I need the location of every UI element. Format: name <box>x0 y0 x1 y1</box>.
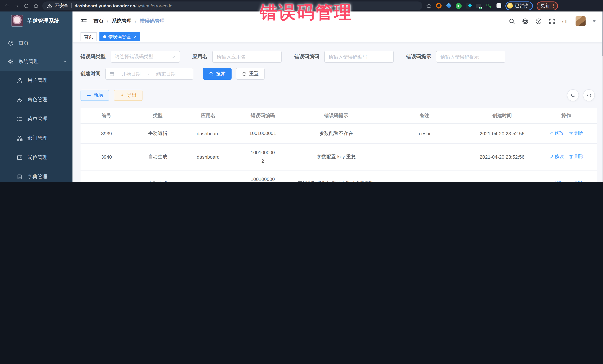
error-type-select[interactable]: 请选择错误码类型 <box>110 51 180 63</box>
browser-menu-icon[interactable] <box>553 3 554 8</box>
app-logo <box>11 15 23 27</box>
profile-paused-pill[interactable]: 已暂停 <box>505 1 533 10</box>
error-msg-label: 错误码提示 <box>406 53 431 60</box>
edit-link[interactable]: 修改 <box>549 130 564 137</box>
dashboard-icon <box>8 40 14 46</box>
table-row: 3939手动编辑dashboard1001000001参数配置不存在ceshi2… <box>81 124 597 143</box>
pencil-icon <box>549 131 554 136</box>
book-icon <box>17 174 23 180</box>
filter-row-1: 错误码类型 请选择错误码类型 应用名 错误码编码 <box>81 51 597 63</box>
error-type-label: 错误码类型 <box>81 53 105 60</box>
extension-icon-green[interactable] <box>456 3 462 9</box>
edit-link[interactable]: 修改 <box>549 154 564 160</box>
security-chip[interactable]: 不安全 <box>47 3 68 9</box>
reload-icon[interactable] <box>24 3 29 8</box>
trash-icon <box>569 181 573 182</box>
fullscreen-icon[interactable] <box>549 18 555 24</box>
search-button[interactable]: 搜索 <box>203 68 232 80</box>
error-code-input[interactable] <box>325 51 393 62</box>
reset-button[interactable]: 重置 <box>236 68 265 80</box>
url-text[interactable]: dashboard.yudao.iocoder.cn/system/error-… <box>75 3 172 8</box>
breadcrumb-home[interactable]: 首页 <box>93 18 104 24</box>
close-icon[interactable]: × <box>134 34 137 39</box>
sidebar-item-menus[interactable]: 菜单管理 <box>0 109 73 129</box>
app-name-label: 应用名 <box>192 53 208 60</box>
delete-link[interactable]: 删除 <box>569 180 583 182</box>
bookmark-star-icon[interactable] <box>426 3 432 9</box>
breadcrumb-separator: / <box>107 18 108 24</box>
col-header-id: 编号 <box>81 108 132 124</box>
refresh-table-button[interactable] <box>583 89 595 101</box>
add-button[interactable]: 新增 <box>81 90 109 101</box>
sidebar: 芋道管理系统 首页 系统管理 用户管理 <box>0 11 73 182</box>
help-icon[interactable] <box>535 18 542 24</box>
back-icon[interactable] <box>4 3 10 8</box>
sidebar-item-label: 用户管理 <box>27 77 67 84</box>
browser-update-button[interactable]: 更新 <box>537 1 558 10</box>
tags-view-bar: 首页 错误码管理 × <box>73 31 603 43</box>
search-icon[interactable] <box>509 18 515 24</box>
table-row: 3941自动生成dashboard100100000 3不能删除类型为系统内置的… <box>81 170 597 182</box>
github-icon[interactable] <box>522 18 528 24</box>
forward-icon[interactable] <box>14 3 19 8</box>
font-size-icon[interactable]: tT <box>562 18 568 24</box>
home-icon[interactable] <box>33 3 39 8</box>
sidebar-item-departments[interactable]: 部门管理 <box>0 129 73 148</box>
tree-icon <box>17 135 23 141</box>
sidebar-item-dictionary[interactable]: 字典管理 <box>0 167 73 182</box>
user-icon <box>17 77 23 83</box>
app-logo-row[interactable]: 芋道管理系统 <box>0 11 73 30</box>
address-bar[interactable]: 不安全 dashboard.yudao.iocoder.cn/system/er… <box>42 1 422 10</box>
extension-icon-on-badge[interactable]: on <box>476 3 482 9</box>
sidebar-item-roles[interactable]: 角色管理 <box>0 90 73 109</box>
svg-text:T: T <box>564 18 568 24</box>
refresh-icon <box>587 93 591 98</box>
divider <box>71 3 72 8</box>
active-dot <box>103 35 106 38</box>
col-header-created: 创建时间 <box>469 108 535 124</box>
extension-icon-gem[interactable] <box>446 3 452 9</box>
date-range-picker[interactable]: - <box>105 68 193 80</box>
app-name-input[interactable] <box>213 51 281 62</box>
sidebar-item-system[interactable]: 系统管理 <box>0 52 73 71</box>
delete-link[interactable]: 删除 <box>569 154 583 160</box>
sidebar-item-home[interactable]: 首页 <box>0 34 73 52</box>
extension-icon-key[interactable] <box>486 3 492 9</box>
list-icon <box>17 116 23 122</box>
tag-home[interactable]: 首页 <box>81 32 97 41</box>
caret-down-icon[interactable] <box>593 20 596 22</box>
extension-icon-squares[interactable] <box>466 3 472 9</box>
extension-icon-puzzle[interactable] <box>496 3 502 9</box>
sidebar-item-label: 首页 <box>19 40 67 46</box>
paused-label: 已暂停 <box>515 3 528 9</box>
sidebar-item-users[interactable]: 用户管理 <box>0 71 73 90</box>
error-msg-input[interactable] <box>436 51 505 62</box>
sidebar-submenu: 用户管理 角色管理 菜单管理 部门管理 <box>0 71 73 182</box>
toggle-search-button[interactable] <box>567 89 579 101</box>
delete-link[interactable]: 删除 <box>569 130 583 137</box>
page-scrollbar[interactable] <box>602 11 603 182</box>
extension-icon-ring[interactable] <box>436 3 441 9</box>
sidebar-item-label: 角色管理 <box>27 96 67 103</box>
trash-icon <box>569 131 573 136</box>
main-area: 首页 / 系统管理 / 错误码管理 tT 首页 <box>73 11 603 182</box>
start-date-input[interactable] <box>117 71 145 77</box>
security-label: 不安全 <box>55 3 68 9</box>
collapse-menu-icon[interactable] <box>81 18 87 24</box>
app-window: 芋道管理系统 首页 系统管理 用户管理 <box>0 11 603 182</box>
refresh-icon <box>242 71 247 76</box>
warning-icon <box>47 3 53 9</box>
avatar[interactable] <box>576 16 586 26</box>
create-time-label: 创建时间 <box>81 70 101 77</box>
screen: 不安全 dashboard.yudao.iocoder.cn/system/er… <box>0 0 603 182</box>
edit-link[interactable]: 修改 <box>549 180 564 182</box>
tag-error-codes[interactable]: 错误码管理 × <box>99 32 140 41</box>
pencil-icon <box>549 181 554 182</box>
end-date-input[interactable] <box>152 71 180 77</box>
sidebar-item-positions[interactable]: 岗位管理 <box>0 148 73 167</box>
table-toolbar: 新增 导出 <box>81 89 597 101</box>
search-button-label: 搜索 <box>216 70 226 77</box>
download-icon <box>120 93 125 98</box>
export-button[interactable]: 导出 <box>114 90 142 101</box>
breadcrumb-section[interactable]: 系统管理 <box>112 18 132 24</box>
